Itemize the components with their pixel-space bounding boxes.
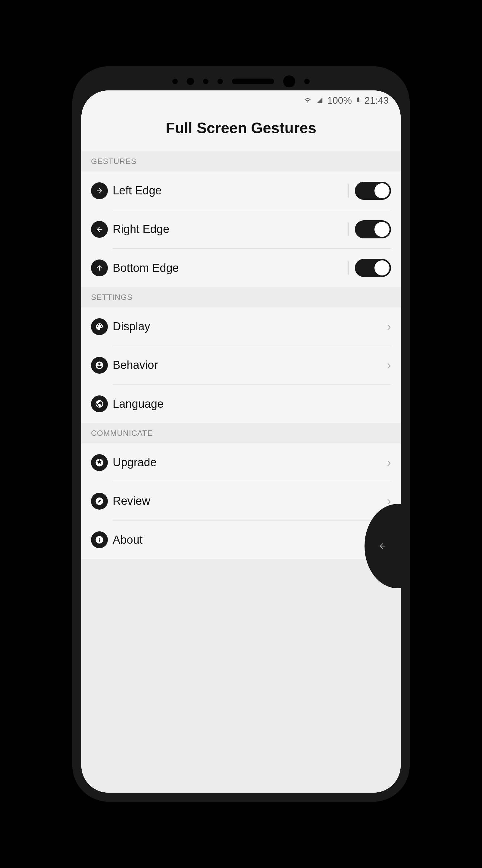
edit-icon bbox=[91, 493, 108, 510]
chevron-right-icon: › bbox=[387, 320, 391, 333]
section-header-communicate: COMMUNICATE bbox=[81, 423, 401, 443]
battery-icon bbox=[355, 95, 361, 106]
phone-frame: 100% 21:43 Full Screen Gestures GESTURES… bbox=[72, 66, 410, 802]
row-label: Review bbox=[113, 495, 387, 507]
content-area: GESTURES Left Edge Right bbox=[81, 151, 401, 793]
clock-text: 21:43 bbox=[364, 95, 389, 106]
person-icon bbox=[91, 357, 108, 374]
status-bar: 100% 21:43 bbox=[81, 90, 401, 110]
row-right-edge[interactable]: Right Edge bbox=[81, 210, 401, 249]
row-about[interactable]: About › bbox=[81, 521, 401, 559]
row-display[interactable]: Display › bbox=[81, 307, 401, 346]
row-left-edge[interactable]: Left Edge bbox=[81, 172, 401, 210]
battery-text: 100% bbox=[327, 95, 352, 106]
row-label: About bbox=[113, 533, 387, 547]
row-label: Bottom Edge bbox=[113, 261, 348, 275]
empty-area bbox=[81, 559, 401, 793]
toggle-bottom-edge[interactable] bbox=[355, 259, 391, 277]
arrow-left-icon bbox=[91, 221, 108, 238]
toggle-right-edge[interactable] bbox=[355, 220, 391, 239]
globe-icon bbox=[91, 396, 108, 412]
section-header-gestures: GESTURES bbox=[81, 151, 401, 172]
row-behavior[interactable]: Behavior › bbox=[81, 346, 401, 384]
section-header-settings: SETTINGS bbox=[81, 287, 401, 307]
row-label: Right Edge bbox=[113, 223, 348, 236]
row-label: Display bbox=[113, 320, 387, 333]
row-label: Upgrade bbox=[113, 456, 387, 469]
divider bbox=[348, 184, 349, 197]
screen: 100% 21:43 Full Screen Gestures GESTURES… bbox=[81, 90, 401, 793]
app-header: Full Screen Gestures bbox=[81, 110, 401, 151]
chevron-right-icon: › bbox=[387, 456, 391, 469]
row-label: Language bbox=[113, 398, 391, 410]
chevron-right-icon: › bbox=[387, 358, 391, 372]
arrow-right-icon bbox=[91, 182, 108, 199]
page-title: Full Screen Gestures bbox=[81, 119, 401, 137]
star-icon bbox=[91, 454, 108, 471]
row-label: Behavior bbox=[113, 359, 387, 372]
divider bbox=[348, 223, 349, 236]
info-icon bbox=[91, 531, 108, 548]
row-label: Left Edge bbox=[113, 184, 348, 197]
row-bottom-edge[interactable]: Bottom Edge bbox=[81, 249, 401, 287]
signal-icon bbox=[316, 95, 324, 106]
row-upgrade[interactable]: Upgrade › bbox=[81, 443, 401, 482]
row-review[interactable]: Review › bbox=[81, 482, 401, 521]
divider bbox=[348, 261, 349, 275]
palette-icon bbox=[91, 318, 108, 335]
toggle-left-edge[interactable] bbox=[355, 182, 391, 200]
wifi-icon bbox=[303, 95, 312, 106]
row-language[interactable]: Language bbox=[81, 384, 401, 423]
arrow-up-icon bbox=[91, 259, 108, 276]
